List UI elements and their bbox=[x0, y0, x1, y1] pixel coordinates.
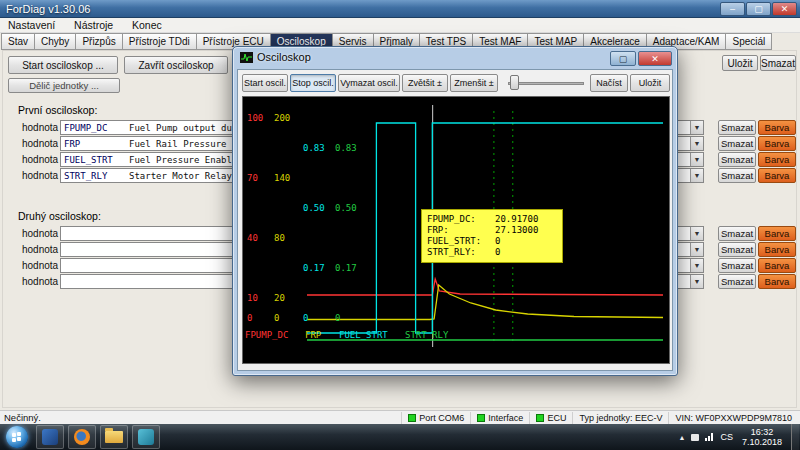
dialog-close-button[interactable]: ✕ bbox=[638, 51, 672, 66]
tooltip-line: FPUMP_DC:20.91700 bbox=[427, 214, 557, 225]
ecu-label: ECU bbox=[547, 413, 566, 423]
smazat-button[interactable]: Smazat bbox=[718, 120, 756, 135]
menubar: Nastavení Nástroje Konec bbox=[0, 18, 800, 33]
zmensit-button[interactable]: Zmenšit ± bbox=[450, 74, 498, 92]
dropdown-arrow-icon[interactable]: ▼ bbox=[690, 243, 703, 256]
smazat-button[interactable]: Smazat bbox=[718, 136, 756, 151]
taskbar-app-1[interactable] bbox=[36, 425, 64, 449]
taskbar-app-2[interactable] bbox=[132, 425, 160, 449]
menu-nastaveni[interactable]: Nastavení bbox=[0, 18, 63, 32]
barva-button[interactable]: Barva bbox=[758, 152, 796, 167]
ulozit-button[interactable]: Uložit bbox=[722, 55, 758, 71]
status-ecu: ECU bbox=[529, 412, 572, 424]
start-button[interactable] bbox=[6, 426, 28, 448]
tab-chyby[interactable]: Chyby bbox=[34, 33, 75, 50]
smazat-button[interactable]: Smazat bbox=[718, 152, 756, 167]
smazat-top-button[interactable]: Smazat bbox=[760, 55, 796, 71]
clock[interactable]: 16:32 7.10.2018 bbox=[739, 427, 785, 447]
axis-label: 200 bbox=[274, 113, 290, 123]
zvetsit-button[interactable]: Zvětšit ± bbox=[402, 74, 448, 92]
tab-p-izp-s[interactable]: Přizpůs bbox=[75, 33, 121, 50]
barva-button[interactable]: Barva bbox=[758, 168, 796, 183]
barva-button[interactable]: Barva bbox=[758, 226, 796, 241]
show-desktop-button[interactable] bbox=[791, 424, 799, 450]
dropdown-arrow-icon[interactable]: ▼ bbox=[690, 275, 703, 288]
clock-date: 7.10.2018 bbox=[742, 437, 782, 447]
tab-speci-l[interactable]: Speciál bbox=[725, 33, 772, 50]
dropdown-arrow-icon[interactable]: ▼ bbox=[690, 169, 703, 182]
ulozit-dialog-button[interactable]: Uložit bbox=[630, 74, 670, 92]
smazat-button[interactable]: Smazat bbox=[718, 274, 756, 289]
stop-oscil-button[interactable]: Stop oscil. bbox=[290, 74, 336, 92]
zoom-slider-thumb[interactable] bbox=[510, 75, 519, 90]
measurement-tooltip: FPUMP_DC:20.91700 FRP:27.13000 FUEL_STRT… bbox=[421, 209, 563, 263]
smazat-button[interactable]: Smazat bbox=[718, 242, 756, 257]
zavrit-osciloskop-button[interactable]: Zavřít osciloskop bbox=[124, 56, 228, 74]
axis-label: 140 bbox=[274, 173, 290, 183]
folder-icon bbox=[105, 431, 123, 443]
status-port: Port COM6 bbox=[401, 412, 470, 424]
language-indicator[interactable]: CS bbox=[720, 432, 733, 442]
firefox-icon bbox=[74, 429, 90, 445]
action-center-icon[interactable] bbox=[691, 434, 699, 441]
window-controls: – ▢ ✕ bbox=[720, 2, 797, 16]
barva-button[interactable]: Barva bbox=[758, 136, 796, 151]
window-title: ForDiag v1.30.06 bbox=[6, 3, 90, 15]
dropdown-arrow-icon[interactable]: ▼ bbox=[690, 259, 703, 272]
start-oscil-button[interactable]: Start oscil. bbox=[242, 74, 288, 92]
smazat-button[interactable]: Smazat bbox=[718, 168, 756, 183]
vymazat-oscil-button[interactable]: Vymazat oscil. bbox=[338, 74, 400, 92]
tooltip-line: STRT_RLY:0 bbox=[427, 247, 557, 258]
start-osciloskop-button[interactable]: Start osciloskop ... bbox=[8, 56, 118, 74]
second-osc-title: Druhý osciloskop: bbox=[18, 210, 101, 222]
close-button[interactable]: ✕ bbox=[772, 2, 797, 16]
menu-konec[interactable]: Konec bbox=[124, 18, 170, 32]
maximize-button[interactable]: ▢ bbox=[746, 2, 771, 16]
tab-p-stroje-tddi[interactable]: Přístroje TDdi bbox=[122, 33, 196, 50]
combo-value: FRP bbox=[64, 139, 80, 149]
delic-jednotky-button[interactable]: Dělič jednotky ... bbox=[8, 78, 120, 93]
network-icon[interactable] bbox=[705, 433, 714, 441]
combo-value: FPUMP_DC bbox=[64, 123, 107, 133]
nacist-button[interactable]: Načíst bbox=[590, 74, 628, 92]
interface-label: Interface bbox=[488, 413, 523, 423]
ecu-led-icon bbox=[536, 414, 544, 422]
taskbar-explorer[interactable] bbox=[100, 425, 128, 449]
dropdown-arrow-icon[interactable]: ▼ bbox=[690, 137, 703, 150]
tooltip-line: FRP:27.13000 bbox=[427, 225, 557, 236]
status-unit-type: Typ jednotky: EEC-V bbox=[572, 412, 668, 424]
channel-name: STRT_RLY bbox=[405, 330, 448, 340]
menu-nastroje[interactable]: Nástroje bbox=[66, 18, 121, 32]
status-panels: Port COM6 Interface ECU Typ jednotky: EE… bbox=[401, 411, 798, 424]
axis-label: 0.17 bbox=[335, 263, 357, 273]
axis-label: 0.50 bbox=[335, 203, 357, 213]
zoom-slider-track[interactable] bbox=[508, 82, 584, 85]
dropdown-arrow-icon[interactable]: ▼ bbox=[690, 153, 703, 166]
dropdown-arrow-icon[interactable]: ▼ bbox=[690, 121, 703, 134]
barva-button[interactable]: Barva bbox=[758, 120, 796, 135]
channel-name: FRP bbox=[305, 330, 321, 340]
axis-label: 0 bbox=[274, 313, 279, 323]
tooltip-line: FUEL_STRT:0 bbox=[427, 236, 557, 247]
barva-button[interactable]: Barva bbox=[758, 274, 796, 289]
tray-expand-icon[interactable]: ▲ bbox=[679, 434, 686, 441]
axis-label: 100 bbox=[247, 113, 263, 123]
axis-label: 20 bbox=[274, 293, 285, 303]
axis-label: 70 bbox=[247, 173, 258, 183]
oscilloscope-display[interactable]: 1007040100200140802000.830.500.1700.830.… bbox=[242, 96, 670, 364]
smazat-button[interactable]: Smazat bbox=[718, 258, 756, 273]
screen: ForDiag v1.30.06 – ▢ ✕ Nastavení Nástroj… bbox=[0, 0, 800, 450]
dropdown-arrow-icon[interactable]: ▼ bbox=[690, 227, 703, 240]
tab-stav[interactable]: Stav bbox=[1, 33, 34, 50]
barva-button[interactable]: Barva bbox=[758, 258, 796, 273]
barva-button[interactable]: Barva bbox=[758, 242, 796, 257]
windows-logo-icon bbox=[12, 433, 16, 437]
dialog-maximize-button[interactable]: ▢ bbox=[610, 51, 636, 66]
axis-label: 0 bbox=[335, 313, 340, 323]
minimize-button[interactable]: – bbox=[720, 2, 745, 16]
dialog-title: Osciloskop bbox=[257, 51, 311, 63]
smazat-button[interactable]: Smazat bbox=[718, 226, 756, 241]
taskbar-firefox[interactable] bbox=[68, 425, 96, 449]
axis-label: 0.83 bbox=[335, 143, 357, 153]
port-led-icon bbox=[408, 414, 416, 422]
